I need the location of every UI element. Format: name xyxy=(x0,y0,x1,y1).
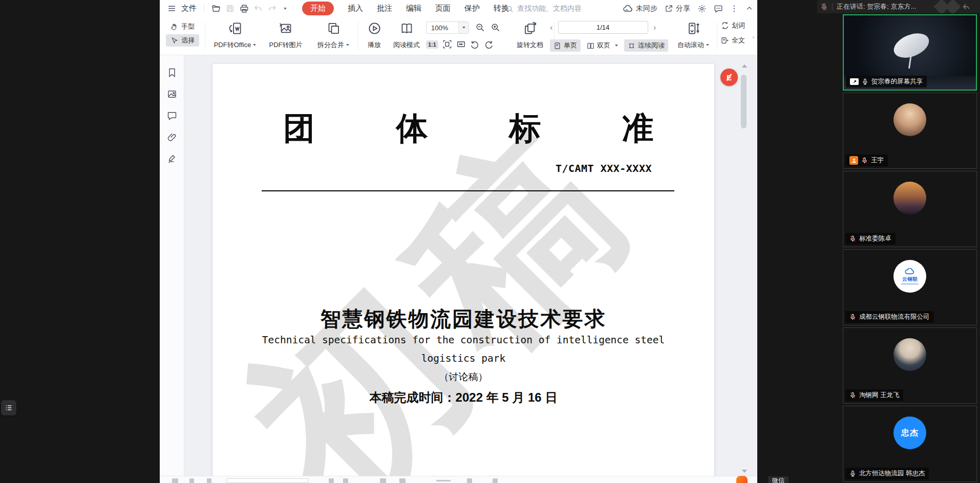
tab-insert[interactable]: 插入 xyxy=(348,4,363,13)
attachment-icon[interactable] xyxy=(167,132,177,142)
hamburger-menu-icon[interactable] xyxy=(167,4,176,13)
scroll-up-arrow[interactable] xyxy=(742,64,747,68)
next-page-icon[interactable]: › xyxy=(653,23,656,32)
single-page-button[interactable]: 单页 xyxy=(550,39,581,52)
tab-home[interactable]: 开始 xyxy=(302,2,334,15)
sync-status[interactable]: 未同步 xyxy=(636,4,657,13)
redo-icon[interactable] xyxy=(268,4,276,13)
mic-muted-icon xyxy=(849,314,856,320)
participant-tile[interactable]: 忠杰 北方恒达物流园 韩忠杰 xyxy=(843,406,977,482)
statusbar-icon[interactable] xyxy=(467,478,472,483)
cloud-sync-icon[interactable] xyxy=(623,4,633,14)
draft-note: （讨论稿） xyxy=(212,370,714,384)
participant-tile[interactable]: 云钢联 成都云钢联物流有限公司 xyxy=(843,249,977,325)
tab-protect[interactable]: 保护 xyxy=(464,4,480,13)
single-page-icon xyxy=(553,42,561,50)
scroll-down-arrow[interactable] xyxy=(742,470,747,473)
banner-controls xyxy=(933,0,977,13)
file-menu[interactable]: 文件 xyxy=(181,4,197,13)
ribbon-expander[interactable]: › xyxy=(750,29,757,45)
participant-tile[interactable]: 贺宗春的屏幕共享 xyxy=(843,14,977,91)
mic-muted-icon xyxy=(849,235,856,242)
outline-widget-button[interactable] xyxy=(1,400,16,415)
read-mode-button[interactable]: 阅读模式 xyxy=(388,20,425,52)
auto-scroll-button[interactable]: 自动滚动 xyxy=(674,20,713,52)
select-tool-button[interactable]: 选择 xyxy=(166,34,199,47)
mic-muted-icon xyxy=(861,157,868,164)
search-input[interactable]: 查找功能、文档内容 xyxy=(506,3,601,15)
zoom-out-icon[interactable] xyxy=(475,23,485,32)
rotate-document-button[interactable]: 旋转文档 xyxy=(510,20,550,52)
fit-page-icon[interactable] xyxy=(442,39,452,49)
header-rule xyxy=(262,190,674,191)
pdf-to-office-button[interactable]: PDF转Office xyxy=(210,20,260,52)
tab-comment[interactable]: 批注 xyxy=(377,4,392,13)
scrollbar-thumb[interactable] xyxy=(741,75,747,128)
mic-muted-icon[interactable] xyxy=(820,3,828,11)
banner-shape[interactable] xyxy=(945,0,961,13)
participant-label: 标准委陈卓 xyxy=(845,233,896,245)
statusbar-icon[interactable] xyxy=(207,478,211,483)
zoom-in-icon[interactable] xyxy=(491,23,500,32)
statusbar-input[interactable] xyxy=(226,478,308,483)
rotate-ccw-icon[interactable] xyxy=(470,39,480,49)
split-merge-button[interactable]: 拆分合并 xyxy=(312,20,354,52)
avatar-initials: 忠杰 xyxy=(893,416,926,449)
statusbar-icon[interactable] xyxy=(343,478,348,483)
logo-subline xyxy=(901,283,919,284)
page-number-input[interactable] xyxy=(558,21,648,34)
statusbar-icon[interactable] xyxy=(172,478,178,483)
taskbar-app-icon[interactable] xyxy=(736,476,748,483)
participant-tile[interactable]: 淘钢网 王龙飞 xyxy=(843,327,977,404)
continuous-read-icon xyxy=(628,42,635,50)
print-icon[interactable] xyxy=(240,4,249,13)
standard-category-heading: 团 体 标 准 xyxy=(283,113,654,144)
pdf-to-image-button[interactable]: PDF转图片 xyxy=(262,20,309,52)
wechat-taskbar-item[interactable]: 微信 xyxy=(768,476,789,483)
statusbar-icon[interactable] xyxy=(189,478,194,483)
comments-panel-icon[interactable] xyxy=(167,111,177,121)
continuous-read-button[interactable]: 连续阅读 xyxy=(624,39,668,52)
word-translate-button[interactable]: 划词 xyxy=(721,21,750,30)
feedback-comment-icon[interactable] xyxy=(714,4,723,13)
toolbar-dropdown-icon[interactable] xyxy=(282,8,287,10)
document-canvas[interactable]: 初稿 团 体 标 准 T/CAMT XXX-XXXX 智慧钢铁物流园建设技术要求… xyxy=(184,55,757,476)
participant-tile[interactable]: 王宇 xyxy=(843,93,977,169)
tab-edit[interactable]: 编辑 xyxy=(406,4,421,13)
share-label[interactable]: 分享 xyxy=(676,4,690,13)
undo-icon[interactable] xyxy=(254,4,263,13)
signature-icon[interactable] xyxy=(167,153,177,164)
single-page-label: 单页 xyxy=(564,41,577,50)
share-icon[interactable] xyxy=(665,4,673,13)
image-panel-icon[interactable] xyxy=(167,89,177,99)
save-icon[interactable] xyxy=(226,4,235,13)
actual-size-button[interactable]: 1:1 xyxy=(426,40,438,49)
full-translate-label: 全文 xyxy=(732,36,745,45)
statusbar-icon[interactable] xyxy=(329,478,334,483)
statusbar-icon[interactable] xyxy=(399,478,406,483)
bookmark-icon[interactable] xyxy=(167,68,177,78)
rotate-cw-icon[interactable] xyxy=(484,39,494,49)
statusbar-slider[interactable] xyxy=(436,480,451,481)
double-page-button[interactable]: 双页 xyxy=(583,39,622,52)
play-button[interactable]: 播放 xyxy=(362,20,387,52)
participant-tile[interactable]: 标准委陈卓 xyxy=(843,171,977,247)
open-file-icon[interactable] xyxy=(211,4,221,13)
statusbar-icon[interactable] xyxy=(493,478,498,483)
hand-tool-button[interactable]: 手型 xyxy=(166,20,199,33)
more-menu-icon[interactable]: ⋮ xyxy=(730,4,738,13)
reply-arrow-icon[interactable] xyxy=(962,2,971,11)
tab-page[interactable]: 页面 xyxy=(435,4,451,13)
pdf-page[interactable]: 初稿 团 体 标 准 T/CAMT XXX-XXXX 智慧钢铁物流园建设技术要求… xyxy=(212,64,714,476)
participant-label: 成都云钢联物流有限公司 xyxy=(845,311,934,323)
statusbar-icon[interactable] xyxy=(380,478,386,483)
zoom-select[interactable]: 100% xyxy=(426,21,469,34)
participant-name: 贺宗春的屏幕共享 xyxy=(871,77,923,86)
prev-page-icon[interactable]: ‹ xyxy=(550,23,553,32)
full-translate-button[interactable]: 全文 xyxy=(721,36,750,45)
collapse-ribbon-icon[interactable] xyxy=(745,5,753,12)
pdf-to-office-icon xyxy=(228,21,242,35)
floating-tool-badge[interactable]: E xyxy=(720,69,738,86)
gear-icon[interactable] xyxy=(697,4,707,13)
fit-width-icon[interactable] xyxy=(456,39,466,49)
